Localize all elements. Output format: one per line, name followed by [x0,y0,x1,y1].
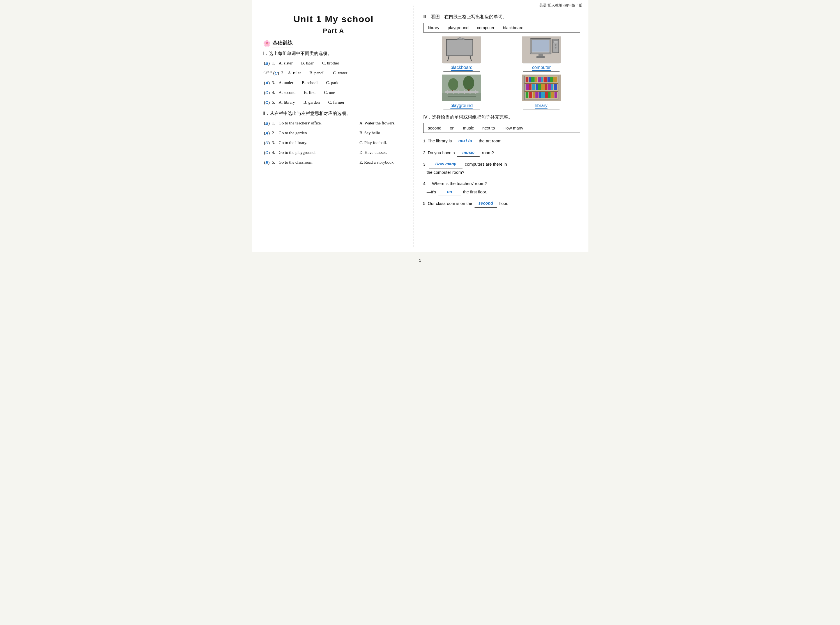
s2-item-4: (C) 4. Go to the playground. D. Have cla… [263,149,404,156]
svg-rect-65 [555,92,557,98]
svg-point-23 [463,76,474,90]
svg-rect-55 [554,84,557,90]
s1-bracket-5: (C) [263,99,271,106]
svg-rect-39 [535,77,538,82]
s4-item-3: 3. How many computers are there in the c… [423,160,580,176]
s2-item-2: (A) 2. Go to the garden. B. Say hello. [263,129,404,137]
svg-rect-43 [547,77,550,82]
blackboard-answer: blackboard [451,65,472,71]
blackboard-image [442,36,481,63]
section3-word-bank: library playground computer blackboard [423,23,580,33]
computer-image [522,36,561,63]
svg-rect-63 [548,92,550,98]
s1-num-3: 3. [272,79,277,87]
svg-rect-15 [539,54,543,56]
svg-rect-40 [538,77,541,82]
svg-rect-41 [541,77,543,82]
s2-bracket-5: (E) [263,159,271,166]
s1-bracket-3: (A) [263,79,271,87]
basics-label: 基础训练 [272,39,293,47]
blackboard-line1 [443,64,480,64]
image-cell-playground: playground [423,75,500,110]
s2-ans-3: D [265,140,268,145]
s1-ans-4: C [265,90,268,95]
s2-item-1: (B) 1. Go to the teachers' office. A. Wa… [263,120,404,127]
computer-answer: computer [532,65,551,71]
s1-bracket-4: (C) [263,89,271,96]
left-column: Unit 1 My school Part A 🌸 基础训练 Ⅰ．选出每组单词中… [252,6,413,247]
computer-line2 [523,72,559,72]
svg-rect-51 [541,84,545,90]
s1-item-3: (A) 3. A. under B. school C. park [263,79,404,87]
s4-item-5: 5. Our classroom is on the second floor. [423,199,580,208]
svg-rect-45 [553,77,557,82]
s2-item-3: (D) 3. Go to the library. C. Play footba… [263,139,404,146]
s1-ans-3: A [265,81,268,85]
svg-rect-61 [541,92,545,98]
svg-rect-35 [524,91,558,92]
s2-ans-5: E [265,160,268,165]
s1-options-3: A. under B. school C. park [279,79,404,87]
svg-rect-64 [551,92,554,98]
library-image [522,75,561,101]
playground-answer: playground [450,103,472,109]
svg-rect-34 [524,83,558,84]
s1-item-2: 7(yh.0 (C) 2. A. ruler B. pencil C. wate… [263,69,404,77]
image-cell-blackboard: blackboard [423,36,500,72]
library-line1 [523,102,559,102]
svg-rect-25 [445,92,478,93]
svg-rect-48 [532,84,535,90]
svg-rect-50 [538,84,541,90]
unit-title: Unit 1 My school [263,14,404,24]
basics-section-header: 🌸 基础训练 [263,39,404,47]
svg-point-13 [555,44,556,46]
s4-fill-1: next to [454,137,477,145]
svg-rect-38 [531,77,535,82]
s2-ans-4: C [265,150,268,155]
s1-item-5: (C) 5. A. library B. garden C. farmer [263,99,404,106]
s1-num-1: 1. [272,59,277,67]
s1-options-1: A. sister B. tiger C. brother [279,59,404,67]
s2-ans-1: B [265,121,268,126]
s4-fill-2: music [457,149,480,157]
s1-stamp-2: 7(yh.0 [263,69,272,75]
s1-ans-5: C [265,100,268,105]
section2-title: Ⅱ．从右栏中选出与左栏意思相对应的选项。 [263,111,404,117]
s1-bracket-1: (B) [263,59,271,67]
image-cell-library: library [503,75,580,110]
s4-fill-3: How many [429,160,463,168]
playground-image [442,75,481,101]
image-cell-computer: computer [503,36,580,72]
svg-rect-16 [536,56,545,58]
s2-bracket-1: (B) [263,120,271,127]
s4-item-1: 1. The library is next to the art room. [423,137,580,145]
section4-word-bank: second on music next to How many [423,123,580,133]
svg-rect-54 [551,84,553,90]
section4-title: Ⅳ．选择恰当的单词或词组把句子补充完整。 [423,114,580,120]
section1-title: Ⅰ．选出每组单词中不同类的选项。 [263,51,404,57]
svg-rect-53 [548,84,551,90]
s1-num-4: 4. [272,89,277,96]
svg-rect-46 [525,84,529,90]
svg-rect-59 [535,92,539,98]
svg-rect-2 [447,40,472,55]
s1-item-4: (C) 4. A. second B. first C. one [263,89,404,96]
svg-rect-62 [545,92,548,98]
svg-rect-37 [529,77,531,82]
svg-rect-58 [533,92,535,98]
s1-options-5: A. library B. garden C. farmer [279,99,404,106]
s1-item-1: (B) 1. A. sister B. tiger C. brother [263,59,404,67]
svg-rect-12 [553,40,558,43]
s1-ans-2: C [274,71,277,75]
s1-options-2: A. ruler B. pencil C. water [288,69,404,77]
computer-line1 [523,64,559,64]
s4-fill-5: second [475,199,497,208]
s4-item-4: 4. —Where is the teachers' room? —It's o… [423,180,580,196]
s2-bracket-4: (C) [263,149,271,156]
s2-bracket-2: (A) [263,129,271,137]
playground-line1 [443,102,480,102]
svg-rect-57 [529,92,532,98]
s2-bracket-3: (D) [263,139,271,146]
part-title: Part A [263,27,404,34]
flower-icon: 🌸 [263,40,271,47]
